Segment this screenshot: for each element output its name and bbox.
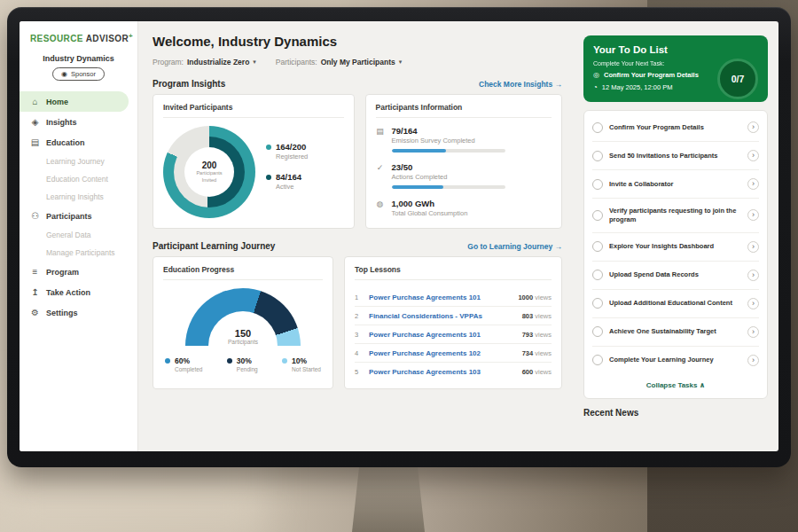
participants-filter-label: Participants: (276, 58, 317, 66)
info-label: Total Global Consumption (392, 209, 468, 217)
sidebar: RESOURCE ADVISOR+ Industry Dynamics ◉ Sp… (20, 21, 138, 451)
program-insights-title: Program Insights (153, 79, 225, 89)
sidebar-item-education[interactable]: ▤ Education (20, 132, 137, 153)
brand-primary: RESOURCE (30, 34, 83, 43)
todo-title: Your To Do List (593, 44, 758, 55)
program-select[interactable]: Industrialize Zero (187, 58, 249, 66)
sidebar-item-education-content[interactable]: Education Content (20, 170, 137, 188)
task-row[interactable]: Complete Your Learning Journey › (592, 347, 759, 374)
sidebar-item-insights[interactable]: ◈ Insights (20, 112, 137, 132)
donut-inner-ring: 200 Participants Invited (174, 137, 245, 207)
task-checkbox[interactable] (592, 298, 603, 309)
clock-icon: ◔ (593, 83, 598, 91)
task-checkbox[interactable] (592, 179, 603, 190)
task-checkbox[interactable] (592, 326, 603, 337)
education-progress-gauge-chart: 150 Participants (185, 288, 301, 346)
task-row[interactable]: Invite a Collaborator › (592, 170, 759, 199)
task-label: Explore Your Insights Dashboard (609, 242, 741, 251)
chevron-right-icon[interactable]: › (747, 355, 759, 366)
task-row[interactable]: Achieve One Sustainability Target › (592, 318, 759, 347)
card-title: Participants Information (376, 103, 552, 118)
todo-due-label: 12 May 2025, 12:00 PM (602, 83, 673, 91)
brand-logo: RESOURCE ADVISOR+ (20, 32, 137, 43)
sidebar-nav: ⌂ Home ◈ Insights ▤ Education Learning J… (20, 91, 137, 323)
chevron-right-icon[interactable]: › (747, 326, 759, 338)
lesson-link[interactable]: Power Purchase Agreements 102 (369, 349, 515, 357)
sidebar-item-learning-journey[interactable]: Learning Journey (20, 153, 137, 170)
chevron-right-icon[interactable]: › (747, 241, 759, 253)
collapse-tasks-link[interactable]: Collapse Tasks ∧ (592, 374, 759, 395)
todo-summary-card: Your To Do List Complete Your Next Task:… (583, 35, 768, 102)
task-row[interactable]: Upload Spend Data Records › (592, 262, 759, 290)
sidebar-item-manage-participants[interactable]: Manage Participants (20, 244, 137, 262)
chevron-down-icon[interactable]: ▾ (399, 59, 403, 66)
sidebar-item-program[interactable]: ≡ Program (20, 262, 137, 282)
chevron-right-icon[interactable]: › (747, 298, 759, 309)
legend-dot (266, 145, 271, 150)
tasks-list-card: Confirm Your Program Details › Send 50 I… (583, 110, 768, 399)
sidebar-item-home[interactable]: ⌂ Home (20, 91, 129, 112)
task-row[interactable]: Verify participants requesting to join t… (592, 199, 759, 233)
info-row-consumption: ◍ 1,000 GWh Total Global Consumption (376, 199, 552, 217)
chevron-right-icon[interactable]: › (747, 270, 759, 281)
task-checkbox[interactable] (592, 355, 603, 365)
lesson-link[interactable]: Power Purchase Agreements 101 (369, 293, 511, 301)
gauge-center-label: Participants (228, 339, 258, 345)
sidebar-item-general-data[interactable]: General Data (20, 226, 137, 244)
participants-information-card: Participants Information ▤ 79/164 Emissi… (365, 94, 563, 229)
legend-item-pending: 30% Pending (227, 356, 258, 372)
brand-secondary: ADVISOR (86, 34, 129, 43)
task-row[interactable]: Explore Your Insights Dashboard › (592, 233, 759, 262)
chevron-right-icon[interactable]: › (747, 121, 759, 133)
go-to-learning-journey-link[interactable]: Go to Learning Journey → (467, 242, 562, 251)
lesson-rank: 5 (355, 368, 362, 376)
chevron-right-icon[interactable]: › (747, 150, 759, 161)
sidebar-item-label: Settings (46, 309, 78, 317)
sidebar-item-participants[interactable]: ⚇ Participants (20, 206, 137, 226)
check-more-insights-link[interactable]: Check More Insights → (479, 80, 562, 89)
task-row[interactable]: Confirm Your Program Details › (592, 113, 759, 142)
learning-journey-cards: Education Progress 150 Participants (153, 256, 562, 389)
target-icon: ◎ (593, 71, 599, 79)
chevron-down-icon[interactable]: ▾ (253, 59, 256, 66)
info-row-actions: ✓ 23/50 Actions Completed (376, 162, 552, 189)
lesson-link[interactable]: Financial Considerations - VPPAs (369, 312, 515, 320)
sidebar-item-learning-insights[interactable]: Learning Insights (20, 188, 137, 206)
sidebar-item-settings[interactable]: ⚙ Settings (20, 302, 137, 323)
task-checkbox[interactable] (592, 122, 603, 133)
participants-select[interactable]: Only My Participants (321, 58, 395, 66)
lesson-views-count: 1000 (518, 293, 533, 301)
lesson-link[interactable]: Power Purchase Agreements 103 (369, 368, 515, 376)
sponsor-badge[interactable]: ◉ Sponsor (52, 67, 105, 81)
task-label: Invite a Collaborator (609, 180, 741, 189)
program-icon: ≡ (30, 267, 40, 277)
sponsor-icon: ◉ (61, 70, 67, 78)
task-row[interactable]: Send 50 Invitations to Participants › (592, 142, 759, 170)
task-checkbox[interactable] (592, 210, 603, 221)
task-checkbox[interactable] (592, 151, 603, 161)
chevron-right-icon[interactable]: › (747, 209, 759, 221)
legend-label: Active (266, 183, 308, 191)
task-row[interactable]: Upload Additional Educational Content › (592, 290, 759, 318)
consumption-icon: ◍ (376, 199, 385, 217)
sidebar-item-take-action[interactable]: ↥ Take Action (20, 282, 137, 302)
monitor-screen: RESOURCE ADVISOR+ Industry Dynamics ◉ Sp… (20, 21, 778, 451)
top-lessons-card: Top Lessons 1 Power Purchase Agreements … (344, 256, 562, 389)
lesson-views: 600 views (522, 368, 552, 376)
lesson-views-count: 734 (522, 349, 534, 357)
lesson-views-word: views (535, 368, 552, 376)
legend-value: 84/164 (276, 172, 301, 182)
lesson-link[interactable]: Power Purchase Agreements 101 (369, 331, 515, 339)
recent-news-title: Recent News (583, 408, 768, 418)
task-checkbox[interactable] (592, 270, 603, 280)
lesson-views-word: views (535, 349, 552, 357)
task-checkbox[interactable] (592, 241, 603, 252)
chevron-right-icon[interactable]: › (747, 178, 759, 190)
insights-icon: ◈ (30, 117, 40, 127)
legend-value: 60% (175, 356, 190, 365)
lesson-row: 2 Financial Considerations - VPPAs 803 v… (355, 307, 552, 325)
lesson-row: 5 Power Purchase Agreements 103 600 view… (355, 363, 552, 380)
task-label: Complete Your Learning Journey (609, 356, 741, 364)
legend-dot (282, 358, 287, 364)
lesson-views-count: 600 (522, 368, 534, 376)
